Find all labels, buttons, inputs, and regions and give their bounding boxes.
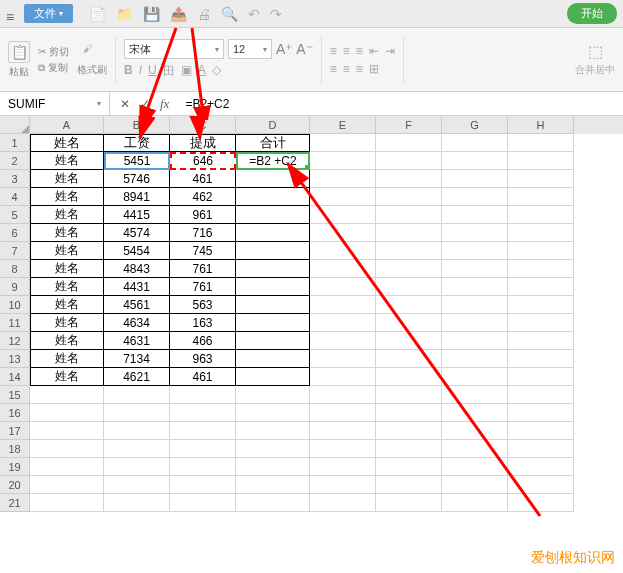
cell-H6[interactable] bbox=[508, 224, 574, 242]
confirm-icon[interactable]: ✓ bbox=[140, 97, 150, 111]
cell-E20[interactable] bbox=[310, 476, 376, 494]
cell-B11[interactable]: 4634 bbox=[104, 314, 170, 332]
row-header-5[interactable]: 5 bbox=[0, 206, 30, 224]
align-center-icon[interactable]: ≡ bbox=[343, 62, 350, 76]
cell-E14[interactable] bbox=[310, 368, 376, 386]
cell-C12[interactable]: 466 bbox=[170, 332, 236, 350]
cell-F9[interactable] bbox=[376, 278, 442, 296]
cell-D9[interactable] bbox=[236, 278, 310, 296]
cell-D3[interactable] bbox=[236, 170, 310, 188]
cell-F10[interactable] bbox=[376, 296, 442, 314]
cell-A4[interactable]: 姓名 bbox=[30, 188, 104, 206]
cell-E8[interactable] bbox=[310, 260, 376, 278]
cell-C5[interactable]: 961 bbox=[170, 206, 236, 224]
cell-B17[interactable] bbox=[104, 422, 170, 440]
cell-G4[interactable] bbox=[442, 188, 508, 206]
cell-C4[interactable]: 462 bbox=[170, 188, 236, 206]
cell-H15[interactable] bbox=[508, 386, 574, 404]
cell-B16[interactable] bbox=[104, 404, 170, 422]
cell-G13[interactable] bbox=[442, 350, 508, 368]
cell-D14[interactable] bbox=[236, 368, 310, 386]
cell-G19[interactable] bbox=[442, 458, 508, 476]
cell-C13[interactable]: 963 bbox=[170, 350, 236, 368]
wrap-text-icon[interactable]: ⊞ bbox=[369, 62, 379, 76]
cell-E4[interactable] bbox=[310, 188, 376, 206]
cell-F13[interactable] bbox=[376, 350, 442, 368]
cell-C16[interactable] bbox=[170, 404, 236, 422]
cell-H18[interactable] bbox=[508, 440, 574, 458]
italic-button[interactable]: I bbox=[139, 63, 142, 80]
format-painter[interactable]: 格式刷 bbox=[77, 43, 107, 77]
cell-A2[interactable]: 姓名 bbox=[30, 152, 104, 170]
cell-A9[interactable]: 姓名 bbox=[30, 278, 104, 296]
cell-B15[interactable] bbox=[104, 386, 170, 404]
new-icon[interactable]: 📄 bbox=[89, 6, 106, 22]
cell-E13[interactable] bbox=[310, 350, 376, 368]
cell-H7[interactable] bbox=[508, 242, 574, 260]
cell-A11[interactable]: 姓名 bbox=[30, 314, 104, 332]
start-tab[interactable]: 开始 bbox=[567, 3, 617, 24]
formula-input[interactable]: =B2+C2 bbox=[179, 97, 235, 111]
cell-B7[interactable]: 5454 bbox=[104, 242, 170, 260]
cell-G2[interactable] bbox=[442, 152, 508, 170]
row-header-12[interactable]: 12 bbox=[0, 332, 30, 350]
cell-C8[interactable]: 761 bbox=[170, 260, 236, 278]
cell-A1[interactable]: 姓名 bbox=[30, 134, 104, 152]
cell-E6[interactable] bbox=[310, 224, 376, 242]
font-color-button[interactable]: A bbox=[198, 63, 206, 80]
cell-C6[interactable]: 716 bbox=[170, 224, 236, 242]
row-header-1[interactable]: 1 bbox=[0, 134, 30, 152]
decrease-font-icon[interactable]: A⁻ bbox=[296, 41, 312, 57]
cell-D6[interactable] bbox=[236, 224, 310, 242]
align-left-icon[interactable]: ≡ bbox=[330, 62, 337, 76]
row-header-13[interactable]: 13 bbox=[0, 350, 30, 368]
cell-A16[interactable] bbox=[30, 404, 104, 422]
cell-D13[interactable] bbox=[236, 350, 310, 368]
cell-B20[interactable] bbox=[104, 476, 170, 494]
cell-F14[interactable] bbox=[376, 368, 442, 386]
row-header-17[interactable]: 17 bbox=[0, 422, 30, 440]
cell-A15[interactable] bbox=[30, 386, 104, 404]
cell-F17[interactable] bbox=[376, 422, 442, 440]
cell-G3[interactable] bbox=[442, 170, 508, 188]
cell-F1[interactable] bbox=[376, 134, 442, 152]
cell-H2[interactable] bbox=[508, 152, 574, 170]
row-header-18[interactable]: 18 bbox=[0, 440, 30, 458]
align-top-icon[interactable]: ≡ bbox=[330, 44, 337, 58]
cell-G6[interactable] bbox=[442, 224, 508, 242]
cell-B9[interactable]: 4431 bbox=[104, 278, 170, 296]
cell-E21[interactable] bbox=[310, 494, 376, 512]
cell-G18[interactable] bbox=[442, 440, 508, 458]
cell-B13[interactable]: 7134 bbox=[104, 350, 170, 368]
fx-icon[interactable]: fx bbox=[160, 96, 169, 112]
cell-D10[interactable] bbox=[236, 296, 310, 314]
cell-C15[interactable] bbox=[170, 386, 236, 404]
row-header-16[interactable]: 16 bbox=[0, 404, 30, 422]
cell-C19[interactable] bbox=[170, 458, 236, 476]
cell-B4[interactable]: 8941 bbox=[104, 188, 170, 206]
cell-E11[interactable] bbox=[310, 314, 376, 332]
cell-A10[interactable]: 姓名 bbox=[30, 296, 104, 314]
row-header-8[interactable]: 8 bbox=[0, 260, 30, 278]
cell-A14[interactable]: 姓名 bbox=[30, 368, 104, 386]
cell-H8[interactable] bbox=[508, 260, 574, 278]
col-header-B[interactable]: B bbox=[104, 116, 170, 134]
cell-C1[interactable]: 提成 bbox=[170, 134, 236, 152]
row-header-2[interactable]: 2 bbox=[0, 152, 30, 170]
cell-A21[interactable] bbox=[30, 494, 104, 512]
cell-C14[interactable]: 461 bbox=[170, 368, 236, 386]
col-header-C[interactable]: C bbox=[170, 116, 236, 134]
cell-B1[interactable]: 工资 bbox=[104, 134, 170, 152]
print-icon[interactable]: 🖨 bbox=[197, 6, 211, 22]
cell-F11[interactable] bbox=[376, 314, 442, 332]
cell-D18[interactable] bbox=[236, 440, 310, 458]
row-header-6[interactable]: 6 bbox=[0, 224, 30, 242]
cell-C3[interactable]: 461 bbox=[170, 170, 236, 188]
open-icon[interactable]: 📁 bbox=[116, 6, 133, 22]
strike-button[interactable]: 田 bbox=[163, 63, 175, 80]
cell-D5[interactable] bbox=[236, 206, 310, 224]
cell-H13[interactable] bbox=[508, 350, 574, 368]
cell-B3[interactable]: 5746 bbox=[104, 170, 170, 188]
cell-D1[interactable]: 合计 bbox=[236, 134, 310, 152]
row-header-10[interactable]: 10 bbox=[0, 296, 30, 314]
